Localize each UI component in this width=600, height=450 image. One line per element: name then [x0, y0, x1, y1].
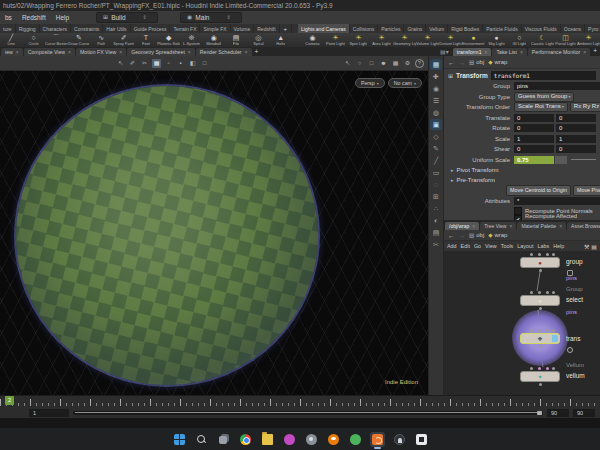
- shelf-tab[interactable]: Grains: [404, 24, 426, 33]
- shelf-tab[interactable]: Constraints: [71, 24, 103, 33]
- range-end-field[interactable]: 90: [547, 409, 569, 417]
- menu-item-cut[interactable]: bs: [0, 14, 17, 21]
- display-toggle-icon[interactable]: ▤: [430, 227, 442, 238]
- forward-arrow-icon[interactable]: →: [459, 59, 466, 66]
- node-vellum[interactable]: ✦: [520, 371, 560, 382]
- shelf-tool-environment-light[interactable]: ●Environment Light: [462, 33, 485, 47]
- pane-tab-scene-view[interactable]: iew: [1, 48, 23, 56]
- network-graph[interactable]: ● group pins Group ● select pins ❖ trans: [444, 251, 600, 395]
- display-toggle-icon[interactable]: ☰: [430, 95, 442, 106]
- shelf-tab[interactable]: Collisions: [350, 24, 378, 33]
- playhead[interactable]: 2: [5, 396, 14, 405]
- cut-tool-icon[interactable]: ✂: [140, 59, 149, 68]
- pane-menu-icon[interactable]: ▤▾: [437, 48, 452, 56]
- output-connector[interactable]: [539, 269, 542, 272]
- add-shelf-tab-button[interactable]: +: [280, 24, 293, 33]
- menu-tools[interactable]: Tools: [501, 243, 514, 249]
- desktop-selector[interactable]: ⊞ Build ⇕: [96, 12, 158, 23]
- shelf-tab[interactable]: Particle Fluids: [483, 24, 521, 33]
- shelf-tool-helix[interactable]: ▲Helix: [270, 33, 292, 47]
- shelf-tool-ambient-light[interactable]: ☀Ambient Light: [577, 33, 600, 47]
- menu-help[interactable]: Help: [553, 243, 564, 249]
- render-view-icon[interactable]: ◧: [188, 59, 197, 68]
- group-field[interactable]: pins: [514, 82, 600, 90]
- shelf-tool-spray-paint[interactable]: ✐Spray Paint: [112, 33, 134, 47]
- shelf-tab[interactable]: Volume: [231, 24, 255, 33]
- display-toggle-icon[interactable]: ◌: [430, 179, 442, 190]
- display-toggle-icon[interactable]: ╱: [430, 155, 442, 166]
- shelf-tool-file[interactable]: ▤File: [225, 33, 247, 47]
- frame-ruler[interactable]: [0, 397, 600, 406]
- select-objects-icon[interactable]: ↖: [343, 59, 352, 68]
- rotate-y-field[interactable]: 0: [556, 124, 596, 132]
- camera-mode-dropdown[interactable]: Persp: [355, 78, 385, 88]
- translate-x-field[interactable]: 0: [514, 114, 554, 122]
- shelf-tool-lsystem[interactable]: ❊L-System: [180, 33, 202, 47]
- taskbar-blender[interactable]: [326, 432, 341, 447]
- shelf-tool-font[interactable]: TFont: [135, 33, 157, 47]
- shelf-tab[interactable]: Guide Process: [131, 24, 171, 33]
- shelf-tool-path[interactable]: ∿Path: [90, 33, 112, 47]
- pane-tab-take-list[interactable]: Take List: [492, 48, 526, 56]
- group-type-dropdown[interactable]: Guess from Group: [514, 92, 574, 102]
- transform-order-dropdown[interactable]: Scale Rot Trans: [514, 102, 568, 112]
- shelf-tool-circle[interactable]: ○Circle: [22, 33, 44, 47]
- scene-viewport[interactable]: Persp No cam Indie Edition: [0, 71, 428, 395]
- render-region-icon[interactable]: □: [200, 59, 209, 68]
- taskbar-start-button[interactable]: [172, 432, 187, 447]
- input-connectors[interactable]: [530, 291, 533, 294]
- frame-end-field[interactable]: 90: [573, 409, 595, 417]
- move-centroid-button[interactable]: Move Centroid to Origin: [506, 185, 571, 196]
- shelf-tool-geometry-light[interactable]: ☀Geometry Light: [393, 33, 416, 47]
- shelf-tool-camera[interactable]: ◉Camera: [301, 33, 324, 47]
- display-toggle-icon[interactable]: ▦: [430, 59, 442, 70]
- shelf-tab[interactable]: Pyro FX: [585, 24, 600, 33]
- shelf-tab[interactable]: Hair Utils: [103, 24, 130, 33]
- menu-go[interactable]: Go: [474, 243, 481, 249]
- taskbar-file-explorer[interactable]: [260, 432, 275, 447]
- shelf-tab[interactable]: Simple FX: [200, 24, 230, 33]
- shelf-tool-draw-curve[interactable]: ✎Draw Curve: [68, 33, 90, 47]
- forward-arrow-icon[interactable]: →: [459, 232, 466, 239]
- shelf-tool-metaball[interactable]: ◉Metaball: [203, 33, 225, 47]
- add-pane-tab-button[interactable]: +: [252, 48, 262, 56]
- select-visible-icon[interactable]: ☻: [379, 59, 388, 68]
- shelf-tool-spiral[interactable]: ◎Spiral: [247, 33, 269, 47]
- input-connectors[interactable]: [530, 329, 533, 332]
- tile-dim-icon[interactable]: ▪: [176, 59, 185, 68]
- node-name-field[interactable]: transform1: [491, 71, 596, 80]
- menu-view[interactable]: View: [485, 243, 497, 249]
- pane-tab-transform1[interactable]: transform1: [453, 48, 492, 56]
- shelf-tool-curve-bezier[interactable]: ⌒Curve Bezier: [45, 33, 68, 47]
- display-toggle-icon[interactable]: ▭: [430, 167, 442, 178]
- help-icon[interactable]: ?: [415, 59, 424, 68]
- pane-tab-tree-view[interactable]: Tree View: [480, 222, 516, 230]
- path-obj[interactable]: ▤obj: [469, 232, 484, 238]
- shelf-tool-platonic-solids[interactable]: ◆Platonic Solids: [157, 33, 180, 47]
- display-toggle-icon[interactable]: ◍: [430, 107, 442, 118]
- shelf-tool-portal-light[interactable]: ◫Portal Light: [554, 33, 577, 47]
- shelf-tab[interactable]: Rigid Bodies: [448, 24, 483, 33]
- input-connectors[interactable]: [530, 367, 533, 370]
- display-toggle-icon[interactable]: ✂: [430, 239, 442, 250]
- uv-grid-icon[interactable]: ▦: [152, 59, 161, 68]
- taskbar-chrome[interactable]: [238, 432, 253, 447]
- display-toggle-icon[interactable]: ✚: [430, 71, 442, 82]
- taskbar-app-light[interactable]: [414, 432, 429, 447]
- pane-tab-network[interactable]: /obj/wrap: [445, 222, 479, 230]
- menu-labs[interactable]: Labs: [537, 243, 549, 249]
- rotate-order-dropdown[interactable]: Rx Ry Rz: [570, 102, 600, 112]
- menu-item-help[interactable]: Help: [51, 14, 74, 21]
- display-toggle-icon[interactable]: ⊞: [430, 191, 442, 202]
- select-tool-icon[interactable]: ↖: [116, 59, 125, 68]
- menu-layout[interactable]: Layout: [517, 243, 533, 249]
- add-pane-tab-button[interactable]: +: [590, 47, 600, 55]
- path-wrap[interactable]: ◆wrap: [488, 59, 507, 65]
- range-slider[interactable]: [73, 411, 543, 415]
- pane-tab-material-palette[interactable]: Material Palette: [517, 222, 566, 230]
- tile-icon[interactable]: ▫: [164, 59, 173, 68]
- shelf-tool-area-light[interactable]: ☀Area Light: [370, 33, 393, 47]
- menu-item-redshift[interactable]: Redshift: [17, 14, 51, 21]
- panel-icon[interactable]: ▤: [591, 243, 597, 250]
- shelf-tab[interactable]: Redshift: [254, 24, 279, 33]
